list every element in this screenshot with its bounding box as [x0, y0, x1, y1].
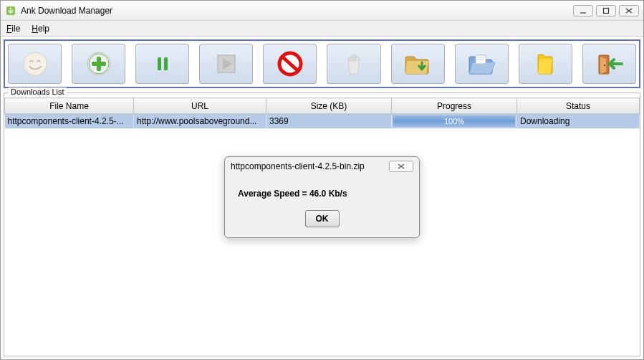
smiley-button[interactable]: [8, 44, 62, 84]
cell-filename: httpcomponents-client-4.2.5-...: [5, 114, 134, 128]
svg-point-3: [24, 52, 47, 75]
cell-progress: 100%: [392, 114, 517, 128]
downloads-table: File Name URL Size (KB) Progress Status …: [4, 98, 640, 128]
open-folder-button[interactable]: [455, 44, 509, 84]
dialog-close-button[interactable]: [389, 161, 413, 172]
svg-rect-7: [92, 62, 106, 66]
cancel-button[interactable]: [263, 44, 317, 84]
dialog-message: Average Speed = 46.0 Kb/s: [225, 176, 419, 204]
menu-help[interactable]: Help: [29, 22, 52, 35]
close-button[interactable]: [619, 5, 639, 16]
resume-button[interactable]: [199, 44, 253, 84]
svg-rect-14: [352, 55, 356, 58]
cell-size: 3369: [266, 114, 392, 128]
app-icon: [5, 5, 16, 16]
exit-button[interactable]: [582, 44, 636, 84]
table-row[interactable]: httpcomponents-client-4.2.5-... http://w…: [5, 114, 640, 128]
svg-rect-8: [158, 57, 161, 70]
dialog-title: httpcomponents-client-4.2.5-bin.zip: [231, 161, 389, 171]
col-url[interactable]: URL: [134, 98, 266, 114]
menubar: File Help: [1, 21, 643, 37]
col-filename[interactable]: File Name: [5, 98, 134, 114]
titlebar: Ank Download Manager: [1, 1, 643, 21]
svg-point-19: [604, 65, 605, 66]
minimize-button[interactable]: [573, 5, 593, 16]
options-button[interactable]: [519, 44, 572, 84]
menu-file[interactable]: File: [4, 22, 23, 35]
clear-button[interactable]: [327, 44, 380, 84]
progress-bar: 100%: [393, 115, 515, 127]
cell-url: http://www.poolsaboveground...: [134, 114, 266, 128]
app-title: Ank Download Manager: [21, 6, 573, 16]
toolbar: [4, 39, 640, 88]
speed-dialog: httpcomponents-client-4.2.5-bin.zip Aver…: [224, 156, 420, 238]
dialog-ok-button[interactable]: OK: [305, 210, 340, 227]
cell-status: Downloading: [517, 114, 640, 128]
col-status[interactable]: Status: [517, 98, 640, 114]
download-folder-button[interactable]: [391, 44, 445, 84]
svg-rect-2: [604, 8, 609, 13]
dialog-titlebar: httpcomponents-client-4.2.5-bin.zip: [225, 157, 419, 176]
col-size[interactable]: Size (KB): [266, 98, 392, 114]
add-button[interactable]: [72, 44, 125, 84]
svg-rect-9: [164, 57, 168, 70]
maximize-button[interactable]: [596, 5, 616, 16]
downloads-list-label: Downloads List: [9, 87, 67, 96]
pause-button[interactable]: [135, 44, 189, 84]
col-progress[interactable]: Progress: [392, 98, 517, 114]
